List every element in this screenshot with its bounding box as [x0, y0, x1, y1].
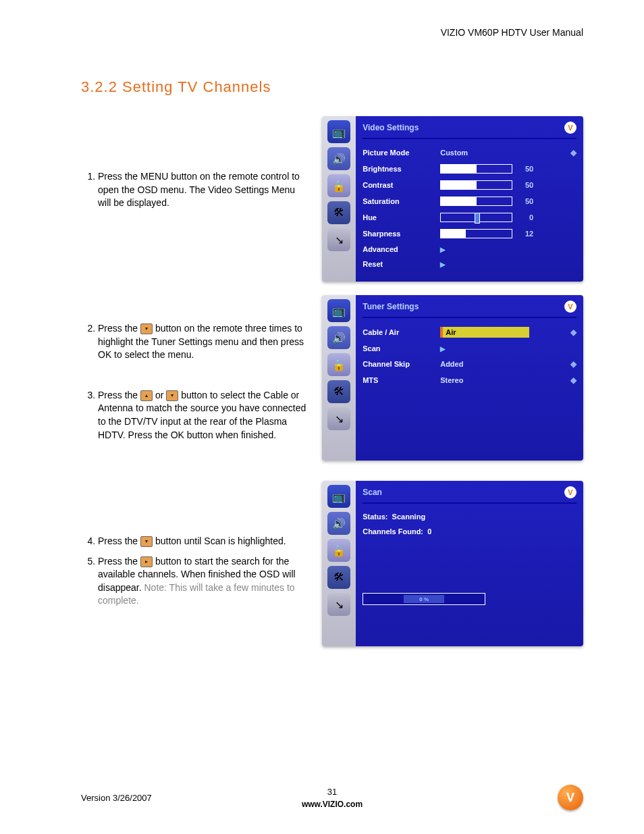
osd-setting-row: Scan▶	[363, 341, 576, 356]
osd-screenshot-2: 📺 🔊 🔒 🛠 ↘ Tuner Settings V Cable / AirAi…	[322, 295, 583, 461]
exit-tab-icon: ↘	[327, 407, 350, 430]
audio-tab-icon: 🔊	[327, 147, 350, 170]
osd-label: Scan	[363, 344, 440, 353]
osd-label: Advanced	[363, 245, 440, 253]
osd-sidebar: 📺 🔊 🔒 🛠 ↘	[322, 481, 356, 646]
osd-screenshot-3: 📺 🔊 🔒 🛠 ↘ Scan V Status: Scanning	[322, 481, 583, 646]
osd-label: Saturation	[363, 197, 440, 205]
osd-label: Reset	[363, 260, 440, 268]
step-block-1: Press the MENU button on the remote cont…	[81, 116, 583, 282]
arrow-right-icon: ▶	[440, 261, 446, 268]
osd-main-tuner: Tuner Settings V Cable / AirAir◆Scan▶Cha…	[356, 295, 583, 461]
osd-setting-row: Sharpness12	[363, 226, 576, 242]
diamond-icon: ◆	[570, 328, 576, 337]
step-text-45: Press the ▾ button until Scan is highlig…	[81, 481, 308, 615]
osd-setting-row: Brightness50	[363, 161, 576, 177]
down-button-icon: ▾	[140, 323, 153, 334]
step-3: Press the ▴ or ▾ button to select the Ca…	[98, 389, 308, 442]
right-button-icon: ▸	[140, 556, 153, 567]
step-1: Press the MENU button on the remote cont…	[98, 170, 308, 210]
scan-found-row: Channels Found: 0	[363, 524, 576, 539]
scan-progress-label: 0 %	[419, 596, 429, 602]
down-button-icon: ▾	[140, 536, 153, 547]
section-heading: 3.2.2 Setting TV Channels	[81, 78, 583, 96]
osd-label: MTS	[363, 376, 440, 384]
diamond-icon: ◆	[570, 359, 576, 369]
section-number: 3.2.2	[81, 78, 117, 95]
osd-setting-row: Contrast50	[363, 177, 576, 193]
exit-tab-icon: ↘	[327, 228, 350, 251]
arrow-right-icon: ▶	[440, 345, 446, 353]
osd-slider	[440, 197, 512, 206]
video-tab-icon: 📺	[327, 299, 350, 322]
osd-label: Hue	[363, 213, 440, 221]
down-button-icon: ▾	[166, 390, 178, 401]
video-tab-icon: 📺	[327, 485, 350, 508]
osd-number: 50	[516, 197, 533, 205]
osd-value: Added	[440, 360, 521, 368]
arrow-right-icon: ▶	[440, 246, 446, 253]
osd-slider	[440, 229, 512, 238]
diamond-icon: ◆	[570, 148, 576, 157]
osd-setting-row: Picture ModeCustom◆	[363, 145, 576, 161]
audio-tab-icon: 🔊	[327, 512, 350, 535]
manual-page: VIZIO VM60P HDTV User Manual 3.2.2 Setti…	[0, 0, 644, 834]
step-4: Press the ▾ button until Scan is highlig…	[98, 535, 308, 548]
step-1-text: Press the MENU button on the remote cont…	[98, 171, 300, 208]
osd-label: Cable / Air	[363, 328, 440, 336]
osd-main-scan: Scan V Status: Scanning Channels Found: …	[356, 481, 583, 646]
osd-label: Picture Mode	[363, 149, 440, 157]
osd-number: 12	[516, 230, 533, 238]
step-text-1: Press the MENU button on the remote cont…	[81, 116, 308, 217]
osd-label: Contrast	[363, 181, 440, 189]
osd-slider	[440, 213, 512, 222]
lock-tab-icon: 🔒	[327, 174, 350, 197]
page-footer: Version 3/26/2007 31 www.VIZIO.com V	[81, 785, 583, 810]
step-5: Press the ▸ button to start the search f…	[98, 555, 308, 608]
setup-tab-icon: 🛠	[327, 566, 350, 589]
step-text-23: Press the ▾ button on the remote three t…	[81, 302, 308, 448]
osd-main-video: Video Settings V Picture ModeCustom◆Brig…	[356, 116, 583, 282]
osd-number: 50	[516, 165, 533, 173]
osd-title: Scan	[363, 488, 382, 497]
lock-tab-icon: 🔒	[327, 539, 350, 562]
vizio-logo-icon: V	[558, 785, 583, 810]
scan-progress-bar: 0 %	[363, 593, 485, 605]
osd-setting-row: MTSStereo◆	[363, 372, 576, 388]
osd-setting-row: Hue0	[363, 209, 576, 226]
osd-sidebar: 📺 🔊 🔒 🛠 ↘	[322, 295, 356, 461]
setup-tab-icon: 🛠	[327, 201, 350, 224]
vizio-badge-icon: V	[564, 301, 576, 313]
diamond-icon: ◆	[570, 375, 576, 385]
osd-setting-row: Saturation50	[363, 193, 576, 209]
osd-value: Stereo	[440, 376, 521, 384]
osd-value: Custom	[440, 149, 521, 157]
osd-number: 50	[516, 181, 533, 189]
version-text: Version 3/26/2007	[81, 793, 152, 803]
osd-label: Brightness	[363, 165, 440, 173]
footer-url: www.VIZIO.com	[302, 800, 363, 809]
osd-title: Tuner Settings	[363, 302, 419, 311]
osd-label: Channel Skip	[363, 360, 440, 368]
osd-setting-row: Reset▶	[363, 257, 576, 271]
vizio-badge-icon: V	[564, 122, 576, 134]
osd-sidebar: 📺 🔊 🔒 🛠 ↘	[322, 116, 356, 282]
section-title-text: Setting TV Channels	[122, 78, 271, 95]
audio-tab-icon: 🔊	[327, 326, 350, 349]
osd-number: 0	[516, 213, 533, 221]
osd-setting-row: Advanced▶	[363, 242, 576, 257]
osd-title: Video Settings	[363, 123, 419, 132]
doc-title: VIZIO VM60P HDTV User Manual	[81, 27, 583, 38]
osd-setting-row: Channel SkipAdded◆	[363, 356, 576, 372]
osd-slider	[440, 164, 512, 174]
step-block-3: Press the ▾ button until Scan is highlig…	[81, 481, 583, 646]
step-2: Press the ▾ button on the remote three t…	[98, 322, 308, 362]
osd-label: Sharpness	[363, 230, 440, 238]
osd-slider	[440, 180, 512, 190]
page-number: 31	[302, 787, 363, 797]
setup-tab-icon: 🛠	[327, 380, 350, 403]
lock-tab-icon: 🔒	[327, 353, 350, 376]
vizio-badge-icon: V	[564, 486, 576, 498]
osd-value-highlighted: Air	[440, 327, 529, 338]
scan-status-row: Status: Scanning	[363, 509, 576, 524]
